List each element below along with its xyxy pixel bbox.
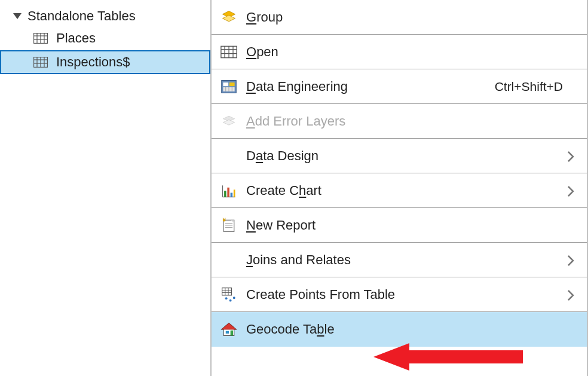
layers-icon	[212, 9, 246, 26]
menu-item-create-chart[interactable]: Create Chart	[212, 173, 587, 208]
tree-panel: Standalone Tables Places	[0, 0, 210, 376]
table-icon	[33, 57, 48, 68]
menu-shortcut: Ctrl+Shift+D	[495, 80, 563, 94]
svg-rect-32	[227, 187, 229, 197]
chevron-right-icon	[566, 150, 574, 162]
menu-item-group[interactable]: Group	[212, 0, 587, 35]
menu-item-add-error-layers: Add Error Layers	[212, 104, 587, 139]
context-menu: Group Open	[210, 0, 588, 376]
table-points-icon	[212, 286, 246, 303]
table-icon	[33, 33, 48, 44]
chevron-right-icon	[566, 185, 574, 197]
menu-label: Geocode Table	[246, 322, 587, 337]
tree-header-standalone-tables[interactable]: Standalone Tables	[0, 6, 210, 26]
menu-item-geocode-table[interactable]: Geocode Table	[212, 312, 587, 347]
menu-item-data-engineering[interactable]: Data Engineering Ctrl+Shift+D	[212, 69, 587, 104]
layers-icon-disabled	[212, 113, 246, 130]
chart-icon	[212, 182, 246, 199]
menu-label: Add Error Layers	[246, 114, 587, 129]
svg-rect-31	[224, 191, 226, 197]
menu-label: Create Chart	[246, 183, 566, 198]
svg-rect-22	[229, 82, 235, 86]
menu-label: Data Design	[246, 148, 566, 164]
caret-down-icon	[13, 13, 22, 19]
menu-label: Joins and Relates	[246, 252, 566, 268]
svg-marker-41	[223, 218, 225, 221]
tree-item-places[interactable]: Places	[0, 26, 210, 50]
svg-rect-52	[226, 331, 229, 334]
menu-label: Data Engineering	[246, 79, 495, 94]
svg-rect-53	[231, 331, 233, 336]
svg-point-48	[229, 299, 232, 301]
menu-label: New Report	[246, 218, 587, 233]
svg-rect-42	[222, 288, 232, 295]
data-engineering-icon	[212, 78, 246, 95]
svg-marker-51	[222, 323, 237, 330]
svg-rect-34	[234, 189, 235, 197]
menu-label: Open	[246, 44, 587, 60]
svg-marker-13	[223, 15, 235, 22]
menu-label: Create Points From Table	[246, 287, 566, 302]
svg-rect-35	[223, 220, 234, 231]
tree-item-label: Places	[56, 30, 96, 46]
menu-label: Group	[246, 10, 587, 25]
menu-item-data-design[interactable]: Data Design	[212, 139, 587, 173]
menu-item-open[interactable]: Open	[212, 35, 587, 69]
tree-item-inspections[interactable]: Inspections$	[0, 50, 210, 74]
chevron-right-icon	[566, 254, 574, 266]
chevron-right-icon	[566, 289, 574, 301]
svg-rect-21	[223, 82, 228, 86]
tree-header-label: Standalone Tables	[27, 8, 136, 24]
svg-marker-28	[223, 120, 234, 125]
menu-item-new-report[interactable]: New Report	[212, 208, 587, 243]
svg-point-47	[225, 297, 228, 299]
table-icon	[212, 44, 246, 60]
svg-rect-33	[231, 192, 233, 197]
menu-item-joins-relates[interactable]: Joins and Relates	[212, 243, 587, 277]
house-icon	[212, 321, 246, 338]
svg-point-49	[233, 296, 235, 299]
menu-item-create-points-from-table[interactable]: Create Points From Table	[212, 277, 587, 312]
tree-item-label: Inspections$	[56, 54, 130, 70]
report-icon	[212, 217, 246, 234]
